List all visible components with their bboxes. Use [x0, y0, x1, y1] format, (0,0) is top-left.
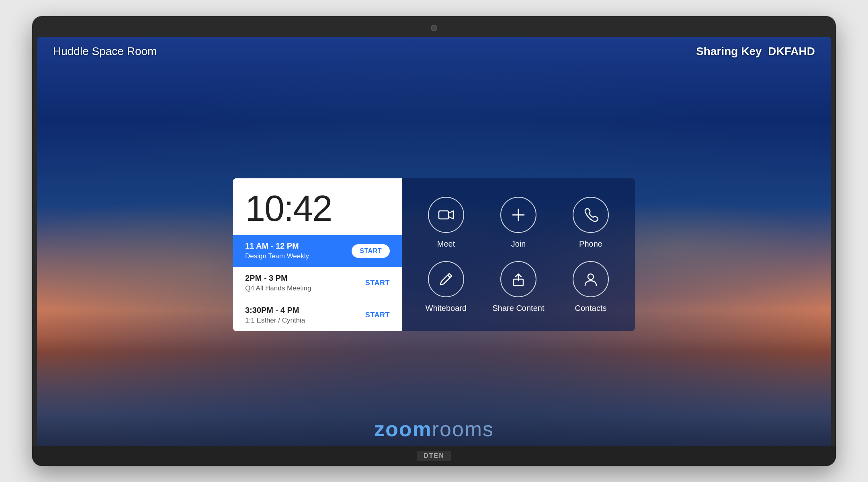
phone-icon: [583, 207, 599, 223]
main-panel: 10:42 11 AM - 12 PM Design Team Weekly S…: [233, 178, 635, 331]
meet-circle: [428, 197, 464, 233]
zoom-brand: zoomrooms: [374, 417, 494, 441]
device-frame: Huddle Space Room Sharing Key DKFAHD 10:…: [32, 16, 836, 466]
whiteboard-circle: [428, 261, 464, 297]
meeting-3-title: 1:1 Esther / Cynthia: [245, 317, 305, 325]
sharing-key-value: DKFAHD: [768, 45, 815, 57]
meeting-item-2[interactable]: 2PM - 3 PM Q4 All Hands Meeting START: [233, 267, 402, 299]
share-content-label: Share Content: [493, 304, 545, 313]
meeting-3-start-button[interactable]: START: [365, 311, 390, 319]
camera-bar: [37, 21, 831, 35]
action-whiteboard[interactable]: Whiteboard: [414, 261, 478, 313]
meeting-3-time: 3:30PM - 4 PM: [245, 306, 305, 315]
zoom-word: zoom: [374, 417, 432, 441]
plus-icon: [510, 207, 526, 223]
clock-display: 10:42: [245, 190, 390, 227]
top-bar: Huddle Space Room Sharing Key DKFAHD: [37, 37, 831, 66]
action-share-content[interactable]: Share Content: [486, 261, 551, 313]
video-camera-icon: [438, 207, 454, 223]
svg-line-4: [448, 275, 450, 278]
sharing-key: Sharing Key DKFAHD: [693, 45, 815, 58]
screen: Huddle Space Room Sharing Key DKFAHD 10:…: [37, 37, 831, 457]
join-label: Join: [511, 239, 526, 249]
meeting-2-start-button[interactable]: START: [365, 279, 390, 287]
action-phone[interactable]: Phone: [559, 197, 623, 249]
meeting-item-3[interactable]: 3:30PM - 4 PM 1:1 Esther / Cynthia START: [233, 299, 402, 331]
meeting-3-details: 3:30PM - 4 PM 1:1 Esther / Cynthia: [245, 306, 305, 325]
sharing-key-label: Sharing Key: [696, 45, 762, 57]
camera-dot: [431, 25, 437, 31]
time-section: 10:42: [233, 178, 402, 235]
meeting-2-title: Q4 All Hands Meeting: [245, 284, 311, 292]
calendar-panel: 10:42 11 AM - 12 PM Design Team Weekly S…: [233, 178, 402, 331]
room-name: Huddle Space Room: [53, 45, 157, 58]
meeting-1-title: Design Team Weekly: [245, 252, 309, 260]
rooms-word: rooms: [432, 417, 494, 441]
phone-label: Phone: [579, 239, 602, 249]
phone-circle: [573, 197, 609, 233]
action-join[interactable]: Join: [486, 197, 551, 249]
dten-logo: DTEN: [417, 451, 451, 461]
svg-rect-0: [439, 211, 448, 219]
contacts-circle: [573, 261, 609, 297]
join-circle: [500, 197, 536, 233]
meeting-item-1[interactable]: 11 AM - 12 PM Design Team Weekly START: [233, 235, 402, 267]
share-icon: [510, 271, 526, 287]
meeting-2-time: 2PM - 3 PM: [245, 274, 311, 283]
bottom-bar: DTEN: [32, 446, 836, 466]
person-icon: [583, 271, 599, 287]
meeting-1-start-button[interactable]: START: [352, 244, 390, 258]
meeting-2-details: 2PM - 3 PM Q4 All Hands Meeting: [245, 274, 311, 292]
svg-marker-1: [448, 211, 453, 219]
pencil-icon: [438, 271, 454, 287]
action-meet[interactable]: Meet: [414, 197, 478, 249]
action-contacts[interactable]: Contacts: [559, 261, 623, 313]
whiteboard-label: Whiteboard: [426, 304, 467, 313]
meeting-1-details: 11 AM - 12 PM Design Team Weekly: [245, 241, 309, 260]
share-content-circle: [500, 261, 536, 297]
meeting-1-time: 11 AM - 12 PM: [245, 241, 309, 251]
actions-panel: Meet Join: [402, 178, 635, 331]
zoom-brand-text: zoomrooms: [374, 417, 494, 441]
meet-label: Meet: [437, 239, 455, 249]
svg-point-7: [588, 274, 594, 280]
contacts-label: Contacts: [575, 304, 607, 313]
